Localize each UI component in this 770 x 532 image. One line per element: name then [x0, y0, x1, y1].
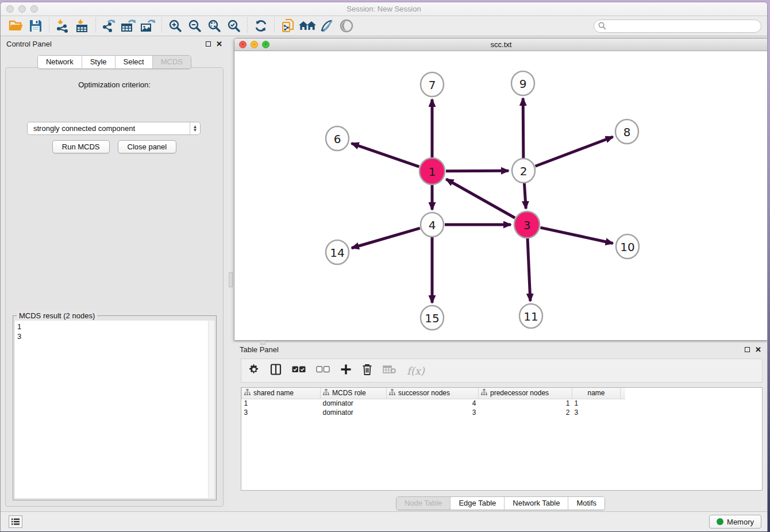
zoom-fit-icon[interactable]: [205, 17, 224, 34]
minimize-window-button[interactable]: [18, 5, 26, 13]
table-row[interactable]: 3dominator323: [242, 408, 626, 417]
zoom-out-icon[interactable]: [185, 17, 205, 34]
float-table-panel-icon[interactable]: [745, 347, 750, 352]
edge-2-9[interactable]: [523, 98, 523, 158]
node-8[interactable]: 8: [615, 119, 638, 144]
status-list-button[interactable]: [9, 515, 22, 528]
splitter-grip[interactable]: [229, 272, 233, 287]
import-table-icon[interactable]: [72, 17, 92, 34]
close-window-button[interactable]: [6, 5, 14, 13]
run-mcds-button[interactable]: Run MCDS: [52, 140, 110, 153]
unselect-all-columns-icon[interactable]: [316, 365, 330, 376]
table-cell[interactable]: 2: [479, 408, 572, 417]
table-cell[interactable]: 1: [242, 399, 321, 408]
network-canvas[interactable]: 7968124314101511: [234, 51, 768, 340]
table-cell[interactable]: 1: [479, 399, 572, 408]
node-14[interactable]: 14: [326, 240, 349, 264]
edge-1-2[interactable]: [446, 171, 509, 171]
network-window-titlebar[interactable]: × − + scc.txt: [234, 38, 768, 51]
tab-mcds[interactable]: MCDS: [153, 56, 191, 68]
table-row[interactable]: 1dominator411: [242, 399, 626, 408]
edge-2-8[interactable]: [536, 137, 613, 166]
tab-network[interactable]: Network: [38, 56, 82, 68]
zoom-selected-icon[interactable]: [224, 17, 244, 34]
edge-3-10[interactable]: [540, 228, 613, 243]
network-title: scc.txt: [234, 38, 768, 51]
table-cell[interactable]: 1: [572, 399, 621, 408]
tab-style[interactable]: Style: [82, 56, 116, 68]
export-table-icon[interactable]: [119, 17, 138, 34]
table-panel: Table Panel ✕: [234, 342, 767, 511]
apply-layout-icon[interactable]: [251, 17, 271, 34]
node-1[interactable]: 1: [419, 158, 445, 184]
tab-motifs[interactable]: Motifs: [568, 497, 605, 510]
result-scrollbar[interactable]: [208, 321, 214, 498]
edge-1-6[interactable]: [352, 143, 419, 167]
mcds-result-text[interactable]: 1 3: [15, 321, 214, 498]
tab-select[interactable]: Select: [116, 56, 153, 68]
node-7[interactable]: 7: [421, 72, 444, 97]
export-network-icon[interactable]: [99, 17, 119, 34]
column-header[interactable]: name: [572, 388, 621, 399]
node-2[interactable]: 2: [512, 159, 535, 183]
search-input[interactable]: [594, 20, 761, 33]
node-3[interactable]: 3: [514, 211, 540, 238]
column-header[interactable]: shared name: [242, 388, 321, 399]
memory-button[interactable]: Memory: [709, 515, 761, 529]
optimization-criterion-select[interactable]: strongly connected component ▲▼: [27, 122, 201, 135]
node-9[interactable]: 9: [511, 71, 534, 95]
svg-text:2: 2: [520, 164, 528, 178]
edge-2-3[interactable]: [524, 183, 526, 209]
column-header[interactable]: predecessor nodes: [479, 388, 572, 399]
hide-graphics-details-icon[interactable]: [317, 17, 337, 34]
edge-4-14[interactable]: [352, 228, 420, 248]
optimization-criterion-label: Optimization criterion:: [6, 80, 223, 89]
select-all-columns-icon[interactable]: [292, 365, 306, 376]
column-header[interactable]: successor nodes: [387, 388, 479, 399]
edge-3-11[interactable]: [528, 238, 530, 301]
network-graph[interactable]: 7968124314101511: [234, 51, 768, 340]
column-header[interactable]: MCDS role: [321, 388, 387, 399]
table-cell[interactable]: 3: [242, 408, 321, 417]
tab-node-table[interactable]: Node Table: [396, 497, 451, 510]
svg-text:15: 15: [425, 311, 439, 325]
network-minimize-button[interactable]: −: [251, 41, 258, 48]
import-network-icon[interactable]: [53, 17, 72, 34]
delete-columns-icon[interactable]: [362, 364, 372, 377]
tab-network-table[interactable]: Network Table: [505, 497, 568, 510]
close-panel-button[interactable]: Close panel: [118, 140, 177, 153]
zoom-window-button[interactable]: [30, 5, 38, 13]
edge-3-1[interactable]: [446, 179, 515, 218]
export-image-icon[interactable]: [138, 17, 158, 34]
vertical-splitter[interactable]: [228, 37, 234, 511]
table-cell[interactable]: dominator: [321, 408, 387, 417]
tab-edge-table[interactable]: Edge Table: [451, 497, 505, 510]
node-4[interactable]: 4: [421, 213, 444, 237]
close-panel-icon[interactable]: ✕: [216, 40, 222, 48]
open-session-icon[interactable]: [6, 17, 26, 34]
zoom-in-icon[interactable]: [165, 17, 185, 34]
table-cell[interactable]: 3: [572, 408, 621, 417]
table-cell[interactable]: dominator: [321, 399, 387, 408]
table-options-icon[interactable]: [248, 364, 260, 377]
node-15[interactable]: 15: [421, 306, 444, 330]
node-11[interactable]: 11: [519, 304, 542, 328]
app-titlebar: Session: New Session: [1, 2, 767, 16]
network-close-button[interactable]: ×: [239, 41, 247, 48]
table-cell[interactable]: 3: [387, 408, 479, 417]
close-table-panel-icon[interactable]: ✕: [755, 346, 761, 353]
float-panel-icon[interactable]: [206, 41, 211, 47]
node-table[interactable]: shared nameMCDS rolesuccessor nodesprede…: [241, 387, 763, 491]
add-column-icon[interactable]: [340, 364, 352, 377]
clone-network-icon[interactable]: [278, 17, 298, 34]
node-6[interactable]: 6: [326, 126, 349, 151]
node-10[interactable]: 10: [616, 234, 639, 259]
mcds-result-group: MCDS result (2 nodes) 1 3: [13, 315, 217, 500]
network-maximize-button[interactable]: +: [262, 41, 270, 48]
birds-eye-view-icon[interactable]: [337, 17, 356, 34]
table-cell[interactable]: 4: [387, 399, 479, 408]
home-icon[interactable]: [298, 17, 317, 34]
show-columns-icon[interactable]: [270, 364, 282, 377]
save-session-icon[interactable]: [26, 17, 45, 34]
horizontal-splitter-grip[interactable]: [260, 341, 265, 345]
